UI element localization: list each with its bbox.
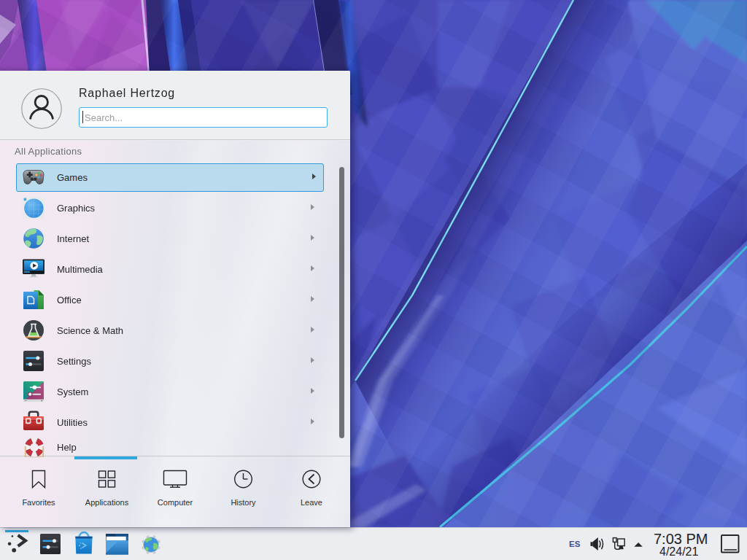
svg-text:ES: ES	[569, 540, 581, 548]
svg-text:7:03 PM: 7:03 PM	[654, 531, 708, 547]
svg-text:4/24/21: 4/24/21	[659, 545, 698, 558]
